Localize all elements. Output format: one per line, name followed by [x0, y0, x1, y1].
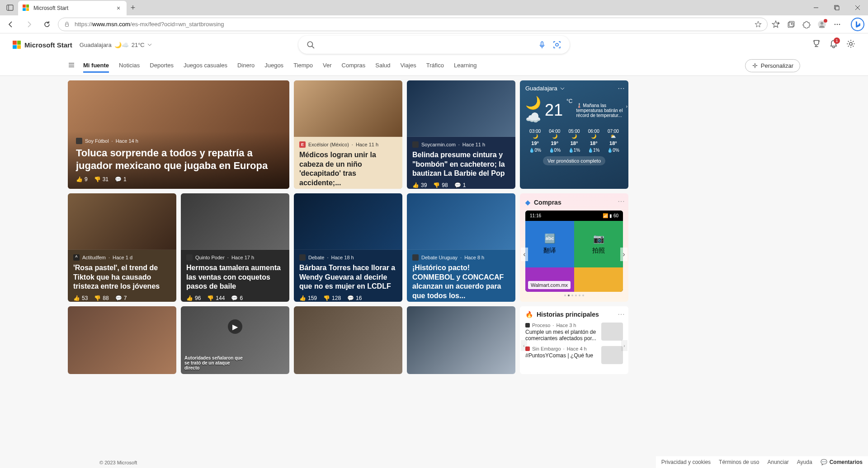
brand-logo[interactable]: Microsoft Start [13, 41, 72, 49]
nav-item-trafico[interactable]: Tráfico [426, 59, 444, 73]
article-card[interactable]: AActitudfem · Hace 1 d 'Rosa pastel', el… [68, 193, 176, 302]
hero-card[interactable]: Soy Fútbol · Hace 14 h Toluca sorprende … [68, 80, 289, 189]
notification-count: 1 [834, 37, 840, 44]
carousel-next-button[interactable]: › [620, 248, 627, 261]
like-button[interactable]: 👍 159 [299, 295, 317, 301]
comments-button[interactable]: 💬 7 [115, 295, 127, 301]
widget-menu-button[interactable]: ⋯ [618, 197, 625, 206]
comments-button[interactable]: 💬 16 [347, 295, 362, 301]
mic-icon[interactable] [538, 41, 546, 49]
nav-item-deportes[interactable]: Deportes [150, 59, 174, 73]
shopping-product[interactable]: 11:16📶 ▮ 60 🔤翻译 📷拍照 Walmart.com.mx [525, 211, 623, 292]
star-icon[interactable] [755, 21, 762, 28]
minimize-button[interactable] [806, 0, 826, 15]
widget-menu-button[interactable]: ⋯ [618, 84, 625, 93]
bing-sidebar-button[interactable] [851, 18, 864, 31]
weather-hour[interactable]: 05:00🌙18°💧1% [564, 129, 584, 153]
article-card[interactable]: EExcélsior (México) · Hace 11 h Médicos … [294, 80, 402, 189]
browser-tab[interactable]: Microsoft Start × [18, 1, 127, 15]
tab-actions-button[interactable] [4, 1, 16, 14]
article-card[interactable]: Debate · Hace 18 h Bárbara Torres hace l… [294, 193, 402, 302]
weather-forecast-link[interactable]: Ver pronóstico completo [543, 156, 605, 165]
footer-link-advertise[interactable]: Anunciar [767, 459, 788, 465]
nav-item-viajes[interactable]: Viajes [401, 59, 416, 73]
like-button[interactable]: 👍 53 [73, 295, 88, 301]
hero-source: Soy Fútbol · Hace 14 h [76, 138, 281, 144]
article-card[interactable]: Quinto Poder · Hace 17 h Hermosa tamaler… [181, 193, 289, 302]
url-input[interactable]: https://www.msn.com/es-mx/feed?ocid=wn_s… [58, 18, 768, 31]
nav-menu-button[interactable] [68, 61, 75, 70]
article-card[interactable] [68, 306, 176, 374]
dislike-button[interactable]: 👎 144 [207, 295, 225, 301]
back-button[interactable] [4, 17, 18, 32]
rewards-button[interactable] [812, 39, 821, 50]
chevron-right-icon[interactable]: › [626, 104, 627, 109]
svg-point-19 [307, 42, 312, 47]
like-button[interactable]: 👍 39 [412, 182, 427, 188]
article-card[interactable] [407, 306, 515, 374]
footer-link-terms[interactable]: Términos de uso [719, 459, 759, 465]
weather-hourly: 03:00🌙19°💧0% 04:00🌙19°💧0% 05:00🌙18°💧1% 0… [525, 129, 623, 153]
extensions-button[interactable] [802, 20, 811, 29]
tab-close-button[interactable]: × [115, 5, 122, 12]
carousel-prev-button[interactable]: ‹ [521, 248, 528, 261]
comments-button[interactable]: 💬 1 [115, 176, 127, 183]
weather-hour[interactable]: 07:00⛅18°💧0% [604, 129, 623, 153]
top-story-item[interactable]: Sin Embargo · Hace 4 h#PuntosYComas | ¿Q… [525, 346, 623, 364]
dislike-button[interactable]: 👎 88 [94, 295, 108, 301]
article-card[interactable]: Debate Uruguay · Hace 8 h ¡Histórico pac… [407, 193, 515, 302]
card-title: Hermosa tamalera aumenta las ventas con … [186, 263, 284, 291]
maximize-button[interactable] [826, 0, 847, 15]
nav-item-juegoscasuales[interactable]: Juegos casuales [184, 59, 227, 73]
like-button[interactable]: 👍 96 [186, 295, 201, 301]
visual-search-icon[interactable] [552, 40, 561, 49]
nav-item-compras[interactable]: Compras [342, 59, 366, 73]
dislike-button[interactable]: 👎 31 [94, 176, 108, 183]
nav-item-ver[interactable]: Ver [323, 59, 332, 73]
weather-widget[interactable]: ⋯ Guadalajara 🌙☁️ 21 °C 🌡️ Mañana las te… [520, 80, 628, 189]
top-stories-widget[interactable]: ⋯ 🔥Historias principales Proceso · Hace … [520, 306, 628, 374]
dislike-button[interactable]: 👎 98 [433, 182, 448, 188]
top-story-item[interactable]: Proceso · Hace 3 hCumple un mes el plant… [525, 323, 623, 342]
stories-prev-button[interactable]: ‹ [521, 340, 527, 351]
weather-location-pill[interactable]: Guadalajara 🌙☁️ 21°C [80, 42, 152, 48]
new-tab-button[interactable]: + [127, 3, 139, 13]
article-card[interactable] [294, 306, 402, 374]
dislike-button[interactable]: 👎 128 [323, 295, 341, 301]
weather-hour[interactable]: 04:00🌙19°💧0% [545, 129, 564, 153]
like-button[interactable]: 👍 9 [76, 176, 88, 183]
profile-button[interactable] [817, 20, 826, 29]
feedback-button[interactable]: 💬 Comentarios [821, 459, 863, 465]
nav-item-learning[interactable]: Learning [454, 59, 477, 73]
search-input[interactable] [320, 41, 533, 48]
favorites-button[interactable] [771, 20, 780, 29]
settings-button[interactable] [846, 39, 855, 50]
nav-item-dinero[interactable]: Dinero [237, 59, 255, 73]
close-window-button[interactable] [847, 0, 868, 15]
nav-item-salud[interactable]: Salud [375, 59, 390, 73]
shopping-widget[interactable]: ⋯ ◆Compras 11:16📶 ▮ 60 🔤翻译 📷拍照 Walmart.c… [520, 193, 628, 302]
nav-item-tiempo[interactable]: Tiempo [293, 59, 313, 73]
refresh-button[interactable] [40, 17, 54, 32]
nav-item-noticias[interactable]: Noticias [119, 59, 140, 73]
nav-item-juegos[interactable]: Juegos [264, 59, 283, 73]
notifications-button[interactable]: 1 [829, 39, 838, 50]
video-card[interactable]: ▶ Autoridades señalaron que se trató de … [181, 306, 289, 374]
weather-icon: 🌙☁️ [114, 42, 129, 48]
footer-link-privacy[interactable]: Privacidad y cookies [661, 459, 711, 465]
weather-location[interactable]: Guadalajara [525, 85, 623, 92]
weather-hour[interactable]: 06:00🌙18°💧1% [584, 129, 604, 153]
weather-hour[interactable]: 03:00🌙19°💧0% [525, 129, 545, 153]
card-source: AActitudfem · Hace 1 d [73, 254, 171, 261]
personalize-button[interactable]: Personalizar [745, 59, 800, 72]
nav-item-mifuente[interactable]: Mi fuente [83, 59, 109, 73]
collections-button[interactable] [787, 20, 796, 29]
stories-next-button[interactable]: › [621, 340, 627, 351]
menu-button[interactable] [833, 20, 842, 29]
article-card[interactable]: Soycarmin.com · Hace 11 h Belinda presum… [407, 80, 515, 189]
search-bar[interactable] [298, 36, 570, 54]
widget-menu-button[interactable]: ⋯ [618, 310, 625, 318]
comments-button[interactable]: 💬 1 [454, 182, 466, 188]
footer-link-help[interactable]: Ayuda [797, 459, 812, 465]
comments-button[interactable]: 💬 6 [231, 295, 243, 301]
